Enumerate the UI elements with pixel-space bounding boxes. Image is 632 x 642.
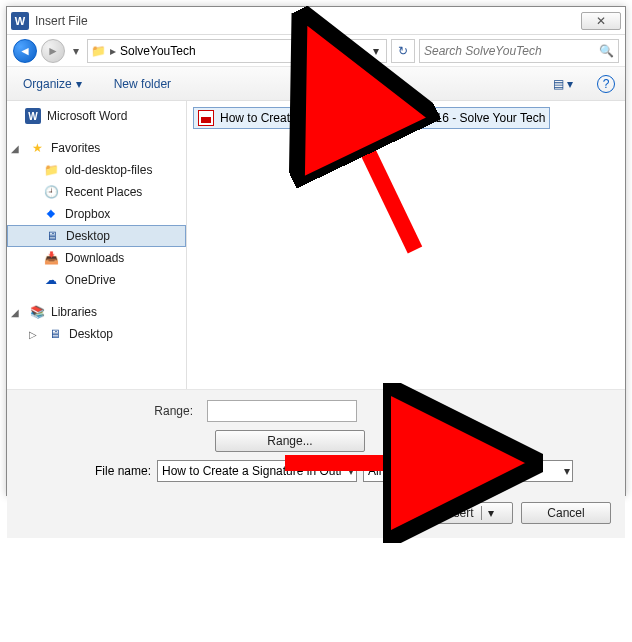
recent-icon: 🕘 (43, 184, 59, 200)
navigation-tree[interactable]: WMicrosoft Word ◢★Favorites 📁old-desktop… (7, 101, 187, 389)
collapse-icon[interactable]: ◢ (11, 143, 21, 154)
filetype-combo[interactable]: All Word Documents ▾ (363, 460, 573, 482)
dialog-body: WMicrosoft Word ◢★Favorites 📁old-desktop… (7, 101, 625, 389)
organize-button[interactable]: Organize ▾ (17, 73, 88, 95)
filename-label: File name: (21, 464, 151, 478)
view-options-button[interactable]: ▤ ▾ (549, 75, 577, 93)
chevron-down-icon: ▾ (76, 77, 82, 91)
tree-item-word[interactable]: WMicrosoft Word (7, 105, 186, 127)
titlebar: W Insert File ✕ (7, 7, 625, 35)
cancel-button[interactable]: Cancel (521, 502, 611, 524)
chevron-down-icon[interactable]: ▾ (348, 464, 354, 478)
dialog-footer: Range: Range... File name: How to Create… (7, 389, 625, 538)
refresh-button[interactable]: ↻ (391, 39, 415, 63)
search-icon[interactable]: 🔍 (599, 44, 614, 58)
cloud-icon: ☁ (43, 272, 59, 288)
tree-item-desktop[interactable]: 🖥Desktop (7, 225, 186, 247)
file-name: How to Create a Signature in Outlook 201… (220, 111, 545, 125)
collapse-icon[interactable]: ◢ (11, 307, 21, 318)
chevron-right-icon: ▸ (110, 44, 116, 58)
pdf-icon (198, 110, 214, 126)
filename-value: How to Create a Signature in Outl (162, 464, 341, 478)
word-icon: W (25, 108, 41, 124)
dropbox-icon: ⯁ (43, 206, 59, 222)
tree-item-onedrive[interactable]: ☁OneDrive (7, 269, 186, 291)
chevron-down-icon[interactable]: ▾ (564, 464, 570, 478)
tree-item-recent-places[interactable]: 🕘Recent Places (7, 181, 186, 203)
recent-locations-button[interactable]: ▾ (69, 39, 83, 63)
range-label: Range: (21, 404, 201, 418)
file-list[interactable]: How to Create a Signature in Outlook 201… (187, 101, 625, 389)
range-button[interactable]: Range... (215, 430, 365, 452)
filetype-value: All Word Documents (368, 464, 477, 478)
chevron-down-icon[interactable]: ▾ (368, 44, 384, 58)
tree-item-libraries[interactable]: ◢📚Libraries (7, 301, 186, 323)
help-button[interactable]: ? (597, 75, 615, 93)
expand-icon[interactable]: ▷ (29, 329, 39, 340)
insert-dropdown-arrow[interactable]: ▾ (482, 506, 500, 520)
forward-button: ► (41, 39, 65, 63)
breadcrumb[interactable]: 📁 ▸ SolveYouTech ▾ (87, 39, 387, 63)
search-input[interactable] (424, 44, 599, 58)
downloads-icon: 📥 (43, 250, 59, 266)
folder-icon: 📁 (90, 43, 106, 59)
new-folder-button[interactable]: New folder (108, 73, 177, 95)
toolbar: Organize ▾ New folder ▤ ▾ ? (7, 67, 625, 101)
desktop-icon: 🖥 (44, 228, 60, 244)
insert-button[interactable]: Insert ▾ (423, 502, 513, 524)
libraries-icon: 📚 (29, 304, 45, 320)
navigation-bar: ◄ ► ▾ 📁 ▸ SolveYouTech ▾ ↻ 🔍 (7, 35, 625, 67)
desktop-icon: 🖥 (47, 326, 63, 342)
word-app-icon: W (11, 12, 29, 30)
dialog-title: Insert File (35, 14, 581, 28)
file-item[interactable]: How to Create a Signature in Outlook 201… (193, 107, 550, 129)
search-box[interactable]: 🔍 (419, 39, 619, 63)
breadcrumb-folder[interactable]: SolveYouTech (120, 44, 196, 58)
back-button[interactable]: ◄ (13, 39, 37, 63)
tree-item-old-desktop[interactable]: 📁old-desktop-files (7, 159, 186, 181)
tree-item-lib-desktop[interactable]: ▷🖥Desktop (7, 323, 186, 345)
tree-item-downloads[interactable]: 📥Downloads (7, 247, 186, 269)
tree-item-dropbox[interactable]: ⯁Dropbox (7, 203, 186, 225)
tree-item-favorites[interactable]: ◢★Favorites (7, 137, 186, 159)
insert-file-dialog: W Insert File ✕ ◄ ► ▾ 📁 ▸ SolveYouTech ▾… (6, 6, 626, 496)
close-button[interactable]: ✕ (581, 12, 621, 30)
folder-icon: 📁 (43, 162, 59, 178)
star-icon: ★ (29, 140, 45, 156)
filename-combo[interactable]: How to Create a Signature in Outl ▾ (157, 460, 357, 482)
range-input[interactable] (207, 400, 357, 422)
